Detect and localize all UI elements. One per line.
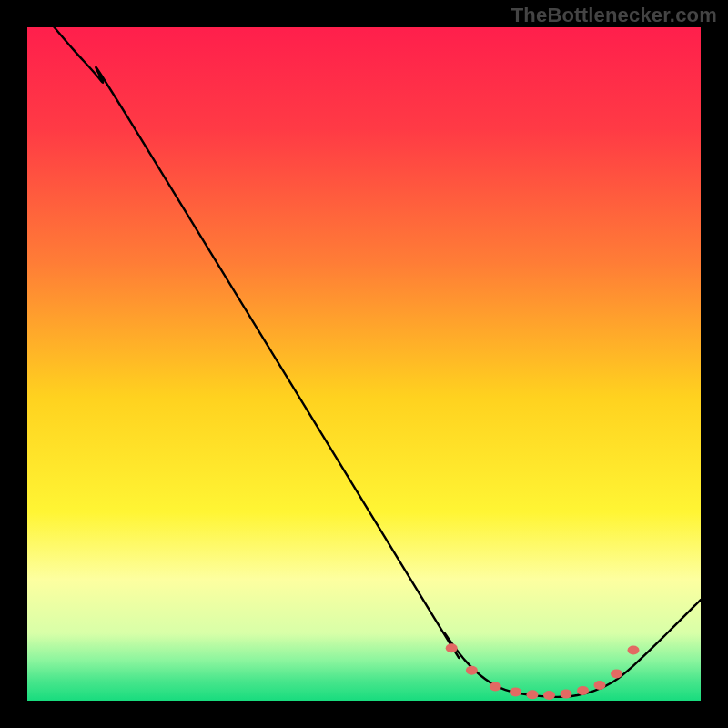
chart-box (27, 27, 701, 701)
gradient-background (27, 27, 701, 701)
curve-marker (628, 646, 640, 655)
bottleneck-chart (27, 27, 701, 701)
curve-marker (527, 690, 539, 699)
curve-marker (611, 669, 622, 678)
curve-marker (594, 681, 606, 690)
watermark-text: TheBottlenecker.com (511, 4, 717, 27)
curve-marker (466, 666, 478, 675)
curve-marker (510, 687, 521, 696)
curve-marker (577, 686, 589, 695)
chart-stage: TheBottlenecker.com (0, 0, 728, 728)
curve-marker (446, 643, 458, 652)
curve-marker (543, 691, 555, 700)
curve-marker (561, 690, 572, 699)
curve-marker (490, 682, 501, 691)
